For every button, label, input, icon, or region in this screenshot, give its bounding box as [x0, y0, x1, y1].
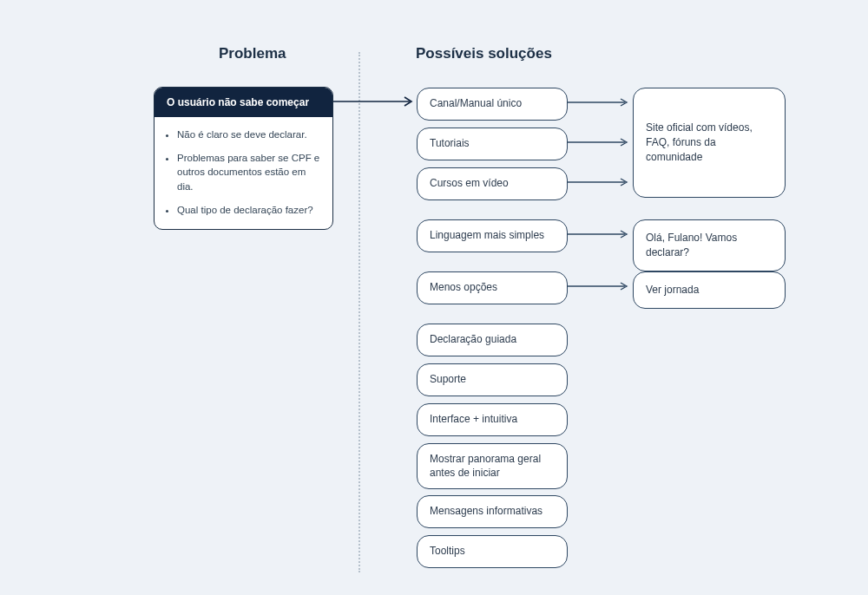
arrow-icon — [568, 97, 633, 108]
solution-pill: Tooltips — [417, 535, 568, 568]
detail-text: Site oficial com vídeos, FAQ, fóruns da … — [646, 121, 773, 164]
problem-bullet: Problemas para saber se CPF e outros doc… — [177, 151, 320, 194]
solution-pill: Canal/Manual único — [417, 88, 568, 121]
solution-pill: Declaração guiada — [417, 324, 568, 356]
problem-bullet: Não é claro se deve declarar. — [177, 128, 320, 142]
solution-pill: Cursos em vídeo — [417, 167, 568, 200]
solution-pill: Tutoriais — [417, 128, 568, 160]
solution-pill: Linguagem mais simples — [417, 219, 568, 252]
detail-text: Ver jornada — [646, 284, 699, 296]
detail-box: Ver jornada — [633, 271, 786, 309]
arrow-icon — [333, 95, 417, 108]
problem-title: O usuário não sabe começar — [155, 88, 332, 117]
solution-pill: Menos opções — [417, 271, 568, 304]
diagram-canvas: Problema Possíveis soluções O usuário nã… — [0, 0, 868, 595]
detail-text: Olá, Fulano! Vamos declarar? — [646, 232, 737, 258]
solution-pill: Suporte — [417, 363, 568, 396]
solution-pill: Mostrar panorama geral antes de iniciar — [417, 443, 568, 489]
arrow-icon — [568, 177, 633, 187]
arrow-icon — [568, 281, 633, 291]
problem-bullet: Qual tipo de declaração fazer? — [177, 203, 320, 218]
problem-bullet-list: Não é claro se deve declarar. Problemas … — [155, 117, 332, 229]
arrow-icon — [568, 229, 633, 239]
solution-pill: Interface + intuitiva — [417, 403, 568, 436]
problem-card: O usuário não sabe começar Não é claro s… — [154, 87, 333, 230]
heading-solutions: Possíveis soluções — [416, 45, 552, 62]
vertical-divider — [358, 52, 360, 572]
heading-problem: Problema — [219, 45, 286, 62]
detail-box: Olá, Fulano! Vamos declarar? — [633, 219, 786, 271]
arrow-icon — [568, 137, 633, 147]
solution-pill: Mensagens informativas — [417, 495, 568, 528]
detail-box: Site oficial com vídeos, FAQ, fóruns da … — [633, 88, 786, 198]
